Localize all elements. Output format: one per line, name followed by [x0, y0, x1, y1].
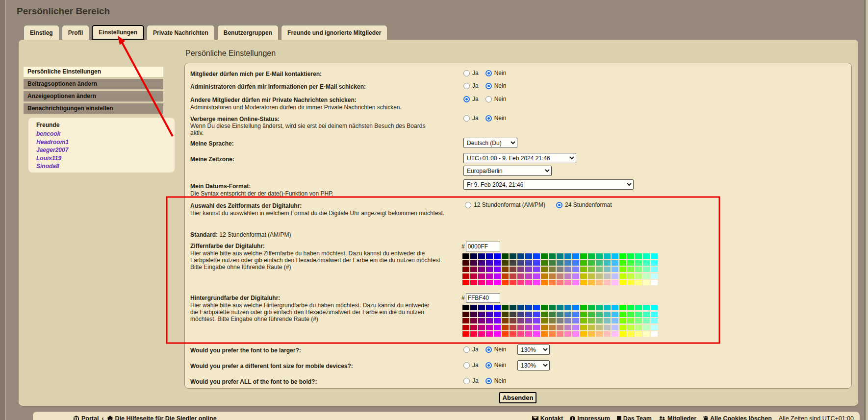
palette-color-80FFBF[interactable] — [643, 318, 650, 323]
palette-color-8000BF[interactable] — [486, 318, 493, 323]
palette-color-404080[interactable] — [517, 312, 524, 317]
mobile-font-size-select[interactable]: 130% — [517, 360, 550, 371]
palette-color-FFFFFF[interactable] — [651, 280, 658, 285]
friend-link[interactable]: bencook — [36, 130, 175, 138]
palette-color-80BFBF[interactable] — [604, 267, 611, 272]
palette-color-00FF40[interactable] — [627, 253, 634, 259]
palette-color-FFBFFF[interactable] — [612, 280, 618, 285]
palette-color-8080BF[interactable] — [564, 267, 571, 272]
palette-color-BF00BF[interactable] — [486, 325, 493, 330]
palette-color-800000[interactable] — [462, 267, 469, 272]
palette-color-BF00BF[interactable] — [486, 273, 493, 279]
palette-color-FF80BF[interactable] — [564, 280, 571, 285]
sidebar-item-persoenliche-einstellungen[interactable]: Persönliche Einstellungen — [24, 67, 163, 77]
palette-color-00FFBF[interactable] — [643, 305, 650, 310]
sidebar-item-anzeigeoptionen[interactable]: Anzeigeoptionen ändern — [24, 91, 163, 101]
palette-color-BFBF00[interactable] — [580, 273, 587, 279]
palette-color-BF40BF[interactable] — [525, 325, 532, 330]
palette-color-40FF40[interactable] — [627, 260, 634, 266]
palette-color-80FFFF[interactable] — [651, 267, 658, 272]
palette-color-FFFF40[interactable] — [627, 280, 634, 285]
radio-24h[interactable] — [556, 202, 562, 208]
palette-color-BF0000[interactable] — [462, 273, 469, 279]
radio-ja[interactable] — [463, 96, 470, 102]
palette-color-FF40BF[interactable] — [525, 331, 532, 337]
submit-button[interactable]: Absenden — [499, 392, 536, 403]
palette-color-FF40FF[interactable] — [533, 280, 540, 285]
palette-color-FF8040[interactable] — [549, 280, 556, 285]
palette-color-40FFBF[interactable] — [643, 312, 650, 317]
palette-color-FF4000[interactable] — [502, 331, 509, 337]
palette-color-BFBFBF[interactable] — [604, 325, 611, 330]
palette-color-BFFFFF[interactable] — [651, 325, 658, 330]
font-size-select[interactable]: 130% — [517, 345, 550, 355]
palette-color-000000[interactable] — [462, 253, 469, 259]
das-team-link[interactable]: Das Team — [617, 415, 652, 420]
palette-color-408080[interactable] — [557, 260, 563, 266]
palette-color-BF4040[interactable] — [510, 273, 516, 279]
radio-nein[interactable] — [485, 96, 492, 102]
delete-cookies-link[interactable]: Alle Cookies löschen — [703, 415, 772, 420]
palette-color-40FF40[interactable] — [627, 312, 634, 317]
palette-color-00BF80[interactable] — [596, 305, 603, 310]
palette-color-FF00BF[interactable] — [486, 280, 493, 285]
radio-ja[interactable] — [463, 70, 470, 76]
palette-color-40BF00[interactable] — [580, 260, 587, 266]
palette-color-BFFF40[interactable] — [627, 325, 634, 330]
palette-color-BFBF80[interactable] — [596, 325, 603, 330]
palette-color-8040FF[interactable] — [533, 318, 540, 323]
palette-color-4080BF[interactable] — [564, 312, 571, 317]
palette-color-400000[interactable] — [462, 312, 469, 317]
palette-color-8080FF[interactable] — [572, 318, 579, 323]
palette-color-800080[interactable] — [478, 267, 485, 272]
palette-color-000080[interactable] — [478, 253, 485, 259]
palette-color-404080[interactable] — [517, 260, 524, 266]
palette-color-8000FF[interactable] — [494, 318, 501, 323]
palette-color-404000[interactable] — [502, 312, 509, 317]
language-select[interactable]: Deutsch (Du) — [463, 138, 517, 148]
palette-color-000040[interactable] — [470, 305, 477, 310]
friend-link[interactable]: Louis119 — [36, 154, 175, 163]
palette-color-0000BF[interactable] — [486, 253, 493, 259]
palette-color-BF40FF[interactable] — [533, 273, 540, 279]
palette-color-80BFFF[interactable] — [612, 267, 618, 272]
palette-color-400040[interactable] — [470, 312, 477, 317]
palette-color-FF0040[interactable] — [470, 331, 477, 337]
palette-color-4000BF[interactable] — [486, 260, 493, 266]
palette-color-FFFFBF[interactable] — [643, 331, 650, 337]
palette-color-FFBF80[interactable] — [596, 280, 603, 285]
tab-private-nachrichten[interactable]: Private Nachrichten — [147, 25, 215, 40]
tab-benutzergruppen[interactable]: Benutzergruppen — [217, 25, 279, 40]
radio-ja[interactable] — [463, 378, 470, 384]
palette-color-80BF00[interactable] — [580, 318, 587, 323]
palette-color-FF0040[interactable] — [470, 280, 477, 285]
palette-color-00BF40[interactable] — [588, 253, 595, 259]
palette-color-80FF00[interactable] — [619, 318, 626, 323]
palette-color-FF4000[interactable] — [502, 280, 509, 285]
radio-nein[interactable] — [485, 362, 492, 369]
palette-color-FF00FF[interactable] — [494, 331, 501, 337]
tab-einstellungen[interactable]: Einstellungen — [92, 25, 144, 40]
palette-color-00BFBF[interactable] — [604, 253, 611, 259]
palette-color-008040[interactable] — [549, 253, 556, 259]
palette-color-400080[interactable] — [478, 312, 485, 317]
palette-color-808040[interactable] — [549, 318, 556, 323]
palette-color-4000FF[interactable] — [494, 260, 501, 266]
palette-color-800080[interactable] — [478, 318, 485, 323]
tab-einstieg[interactable]: Einstieg — [24, 25, 59, 40]
palette-color-8080BF[interactable] — [564, 318, 571, 323]
palette-color-00BFFF[interactable] — [612, 305, 618, 310]
palette-color-FFFF80[interactable] — [635, 331, 642, 337]
palette-color-008000[interactable] — [541, 305, 548, 310]
palette-color-004000[interactable] — [502, 305, 509, 310]
palette-color-00FF80[interactable] — [635, 305, 642, 310]
palette-color-40FFFF[interactable] — [651, 312, 658, 317]
bg-color-input[interactable] — [466, 293, 500, 303]
palette-color-804000[interactable] — [502, 318, 509, 323]
timezone-city-select[interactable]: Europa/Berlin — [463, 166, 552, 176]
palette-color-804000[interactable] — [502, 267, 509, 272]
palette-color-BFBFBF[interactable] — [604, 273, 611, 279]
radio-ja[interactable] — [463, 362, 470, 369]
palette-color-0080BF[interactable] — [564, 253, 571, 259]
board-home-link[interactable]: Die Hilfeseite für Die Siedler online — [107, 415, 217, 420]
